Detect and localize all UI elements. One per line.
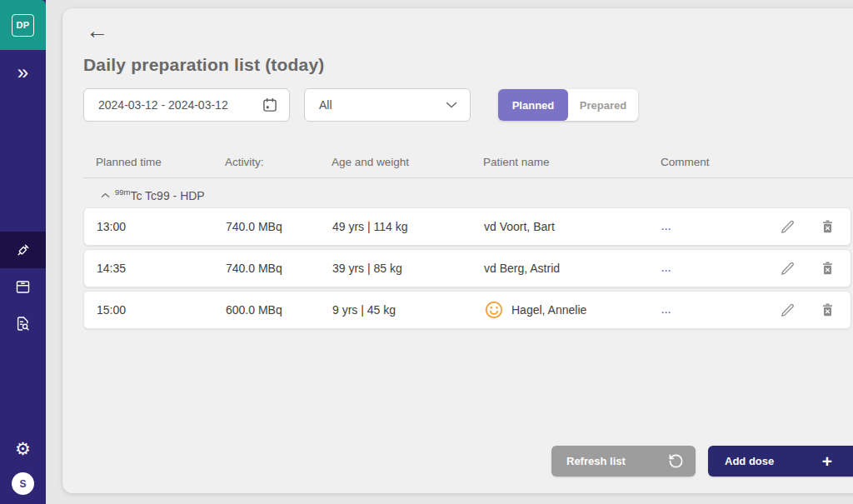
edit-pencil-icon[interactable] (778, 301, 796, 319)
isotope-group-row[interactable]: 99mTc Tc99 - HDP (83, 185, 205, 205)
page-title: Daily preparation list (today) (83, 55, 325, 75)
settings-gear-icon[interactable]: ⚙ (0, 437, 46, 462)
col-patient-name: Patient name (483, 156, 661, 168)
main-panel: ← Daily preparation list (today) 2024-03… (62, 8, 853, 493)
app-logo-block: DP (0, 0, 46, 50)
table-header: Planned time Activity: Age and weight Pa… (83, 152, 851, 172)
category-selected-value: All (319, 98, 446, 112)
edit-pencil-icon[interactable] (778, 217, 796, 236)
row-activity: 740.0 MBq (226, 262, 332, 275)
delete-trash-icon[interactable] (818, 217, 836, 236)
col-planned-time: Planned time (96, 156, 225, 168)
child-smiley-icon (484, 300, 504, 320)
planned-prepared-toggle: Planned Prepared (498, 89, 638, 121)
row-patient-name: vd Berg, Astrid (484, 262, 661, 275)
isotope-group-label: 99mTc Tc99 - HDP (115, 187, 205, 202)
chevron-down-icon (446, 102, 457, 108)
chevron-up-icon (101, 192, 110, 198)
row-patient-name: Hagel, Annelie (484, 300, 661, 320)
plus-icon: + (822, 452, 832, 470)
date-range-value: 2024-03-12 - 2024-03-12 (98, 98, 262, 112)
row-actions (778, 217, 853, 236)
refresh-list-button[interactable]: Refresh list (551, 446, 696, 477)
delete-trash-icon[interactable] (818, 259, 836, 277)
sidebar-expand-button[interactable]: » (0, 60, 46, 85)
col-age-weight: Age and weight (332, 156, 483, 168)
row-planned-time: 13:00 (97, 220, 226, 233)
sidebar: DP » (0, 0, 46, 504)
col-comment: Comment (661, 156, 777, 168)
row-planned-time: 15:00 (97, 303, 226, 317)
table-row: 15:00 600.0 MBq 9 yrs | 45 kg Hagel, Ann… (83, 291, 851, 329)
toggle-prepared-button[interactable]: Prepared (568, 89, 638, 121)
category-select[interactable]: All (304, 88, 471, 122)
col-activity: Activity: (225, 156, 332, 168)
toggle-planned-button[interactable]: Planned (498, 89, 568, 121)
syringe-icon (14, 242, 32, 259)
row-age-weight: 39 yrs | 85 kg (332, 262, 484, 275)
refresh-icon (668, 453, 684, 469)
dose-list: 13:00 740.0 MBq 49 yrs | 114 kg vd Voort… (83, 207, 851, 332)
sidebar-item-archive[interactable] (0, 268, 46, 305)
row-patient-name: vd Voort, Bart (484, 220, 661, 233)
header-divider (83, 177, 853, 178)
date-range-picker[interactable]: 2024-03-12 - 2024-03-12 (83, 88, 290, 122)
row-activity: 740.0 MBq (226, 220, 332, 233)
add-dose-button[interactable]: Add dose + (708, 446, 853, 477)
delete-trash-icon[interactable] (818, 301, 836, 319)
file-search-icon (14, 315, 32, 332)
row-actions (778, 259, 853, 277)
row-age-weight: 9 yrs | 45 kg (332, 303, 484, 317)
edit-pencil-icon[interactable] (778, 259, 796, 277)
calendar-icon (262, 97, 278, 113)
row-age-weight: 49 yrs | 114 kg (332, 220, 484, 233)
table-row: 14:35 740.0 MBq 39 yrs | 85 kg vd Berg, … (83, 249, 851, 287)
sidebar-item-document-search[interactable] (0, 305, 46, 342)
row-comment[interactable]: ... (661, 222, 778, 232)
back-button[interactable]: ← (86, 20, 108, 42)
sidebar-item-preparation[interactable] (0, 232, 46, 268)
app-logo: DP (12, 14, 34, 37)
row-actions (778, 301, 853, 319)
row-planned-time: 14:35 (97, 262, 226, 275)
app-window: DP » (0, 0, 853, 504)
user-avatar[interactable]: S (12, 472, 34, 495)
archive-box-icon (14, 278, 32, 296)
row-comment[interactable]: ... (661, 263, 778, 273)
table-row: 13:00 740.0 MBq 49 yrs | 114 kg vd Voort… (83, 207, 851, 246)
row-comment[interactable]: ... (661, 305, 778, 315)
row-activity: 600.0 MBq (226, 303, 332, 317)
